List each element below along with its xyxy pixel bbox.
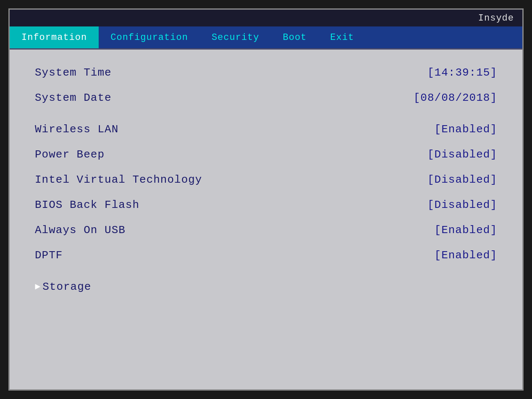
system-info-section: System Time [14:39:15] System Date [08/0… [35,66,497,104]
storage-label: Storage [42,281,91,293]
wireless-lan-row: Wireless LAN [Enabled] [35,123,497,136]
nav-item-configuration[interactable]: Configuration [99,26,200,48]
system-date-label: System Date [35,92,112,104]
nav-item-exit[interactable]: Exit [318,26,366,48]
brand-name: Insyde [478,13,514,24]
nav-bar: Information Configuration Security Boot … [10,26,522,48]
storage-submenu[interactable]: ► Storage [35,281,497,293]
dptf-label: DPTF [35,249,63,262]
dptf-value[interactable]: [Enabled] [435,249,497,262]
system-time-row: System Time [14:39:15] [35,66,497,79]
power-beep-value[interactable]: [Disabled] [427,148,497,161]
always-on-usb-value[interactable]: [Enabled] [435,224,497,236]
bios-screen: Insyde Information Configuration Securit… [8,8,524,391]
intel-vt-value[interactable]: [Disabled] [427,173,497,186]
nav-item-information[interactable]: Information [10,26,99,48]
always-on-usb-label: Always On USB [35,224,126,236]
system-date-row: System Date [08/08/2018] [35,92,497,104]
bios-back-flash-value[interactable]: [Disabled] [427,199,497,211]
arrow-right-icon: ► [35,282,41,292]
nav-item-boot[interactable]: Boot [271,26,319,48]
bios-back-flash-row: BIOS Back Flash [Disabled] [35,199,497,211]
system-time-value[interactable]: [14:39:15] [427,66,497,79]
power-beep-row: Power Beep [Disabled] [35,148,497,161]
intel-vt-label: Intel Virtual Technology [35,173,202,186]
power-beep-label: Power Beep [35,148,105,161]
system-date-value[interactable]: [08/08/2018] [414,92,497,104]
wireless-lan-value[interactable]: [Enabled] [435,123,497,136]
wireless-lan-label: Wireless LAN [35,123,118,136]
system-time-label: System Time [35,66,112,79]
nav-item-security[interactable]: Security [200,26,271,48]
bios-back-flash-label: BIOS Back Flash [35,199,139,211]
top-bar: Insyde [10,10,522,26]
always-on-usb-row: Always On USB [Enabled] [35,224,497,236]
dptf-row: DPTF [Enabled] [35,249,497,262]
content-area: System Time [14:39:15] System Date [08/0… [10,48,522,389]
intel-vt-row: Intel Virtual Technology [Disabled] [35,173,497,186]
config-section: Wireless LAN [Enabled] Power Beep [Disab… [35,123,497,262]
